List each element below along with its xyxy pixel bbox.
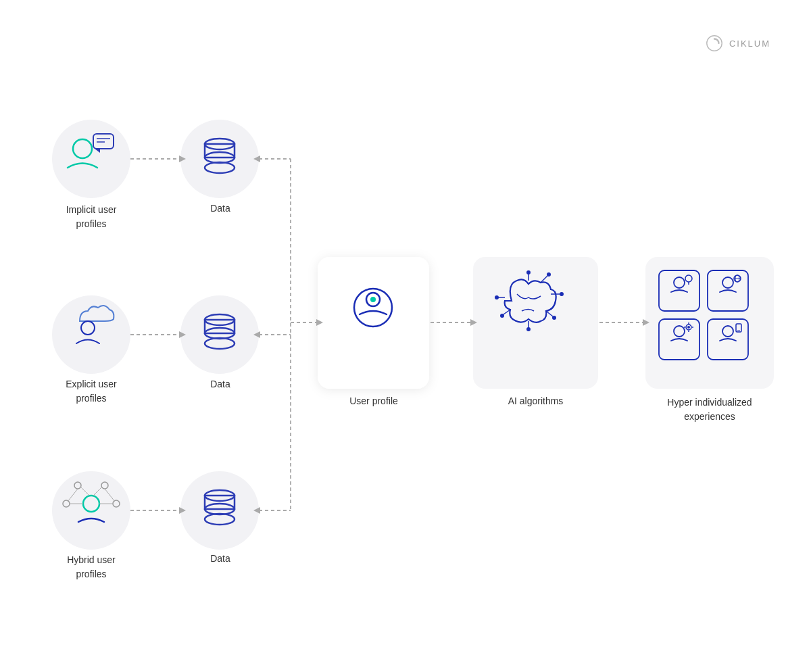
- data-circle-2: [180, 295, 259, 374]
- ciklum-logo-icon: [705, 34, 724, 53]
- svg-marker-82: [316, 319, 323, 326]
- svg-rect-66: [736, 324, 741, 332]
- svg-point-7: [83, 496, 99, 512]
- svg-point-34: [526, 270, 531, 274]
- svg-marker-86: [643, 319, 649, 326]
- svg-line-35: [541, 276, 547, 283]
- svg-rect-47: [659, 270, 699, 311]
- svg-point-20: [205, 152, 235, 163]
- hyper-individualized-label: Hyper individualized experiences: [645, 395, 774, 424]
- logo: CIKLUM: [705, 34, 770, 53]
- svg-rect-19: [205, 144, 235, 158]
- svg-marker-69: [179, 155, 186, 162]
- svg-point-26: [205, 490, 235, 501]
- svg-point-58: [686, 325, 691, 330]
- data-circle-1: [180, 120, 259, 198]
- svg-point-32: [370, 297, 376, 302]
- svg-rect-56: [659, 319, 699, 360]
- svg-line-16: [68, 489, 78, 502]
- svg-marker-73: [179, 507, 186, 514]
- svg-line-17: [105, 489, 115, 502]
- svg-point-49: [685, 275, 692, 282]
- explicit-profiles-label: Explicit user profiles: [51, 377, 132, 406]
- svg-point-65: [722, 326, 733, 337]
- svg-point-18: [205, 139, 235, 149]
- svg-marker-80: [253, 507, 260, 514]
- ai-card-rect: [473, 257, 598, 389]
- svg-rect-51: [708, 270, 748, 311]
- svg-point-48: [674, 277, 685, 288]
- svg-line-14: [81, 487, 89, 496]
- svg-marker-3: [95, 149, 100, 153]
- svg-point-1: [73, 139, 92, 158]
- hybrid-profiles-label: Hybrid user profiles: [51, 553, 132, 581]
- svg-line-43: [503, 310, 510, 314]
- svg-rect-27: [205, 496, 235, 509]
- user-profile-card-rect: [318, 257, 429, 389]
- svg-point-59: [687, 326, 690, 329]
- hybrid-profile-circle: [52, 471, 130, 550]
- svg-point-36: [547, 272, 551, 277]
- hyper-card-rect: [645, 257, 774, 389]
- svg-point-46: [495, 295, 499, 299]
- svg-point-44: [500, 314, 504, 318]
- data-label-1: Data: [193, 203, 247, 214]
- svg-rect-23: [205, 320, 235, 333]
- svg-point-0: [707, 36, 722, 51]
- svg-point-52: [722, 277, 733, 288]
- svg-marker-79: [253, 331, 260, 338]
- svg-marker-84: [470, 319, 477, 326]
- logo-text: CIKLUM: [729, 39, 770, 49]
- svg-point-28: [205, 504, 235, 514]
- svg-point-10: [74, 482, 81, 489]
- data-label-3: Data: [193, 553, 247, 564]
- svg-point-24: [205, 328, 235, 339]
- data-circle-3: [180, 471, 259, 550]
- svg-point-11: [101, 482, 108, 489]
- svg-rect-64: [708, 319, 748, 360]
- svg-point-29: [205, 514, 235, 525]
- svg-point-40: [552, 316, 556, 320]
- svg-point-38: [560, 292, 564, 296]
- svg-point-25: [205, 338, 235, 349]
- implicit-profiles-label: Implicit user profiles: [51, 203, 132, 231]
- data-label-2: Data: [193, 379, 247, 389]
- svg-point-21: [205, 162, 235, 173]
- svg-point-31: [366, 293, 380, 306]
- svg-marker-71: [179, 331, 186, 338]
- explicit-profile-circle: [52, 295, 130, 374]
- svg-point-57: [674, 326, 685, 337]
- user-profile-label: User profile: [323, 395, 424, 406]
- svg-point-30: [354, 289, 392, 327]
- svg-line-39: [546, 311, 553, 316]
- ai-algorithms-label: AI algorithms: [473, 395, 598, 406]
- svg-point-8: [63, 500, 70, 507]
- svg-rect-2: [93, 134, 114, 149]
- svg-point-53: [734, 275, 741, 282]
- svg-point-22: [205, 314, 235, 325]
- implicit-profile-circle: [52, 120, 130, 198]
- svg-line-15: [93, 487, 101, 496]
- svg-point-6: [81, 321, 95, 335]
- svg-point-55: [735, 275, 739, 282]
- svg-point-9: [113, 500, 120, 507]
- svg-point-42: [526, 327, 531, 331]
- svg-marker-78: [253, 155, 260, 162]
